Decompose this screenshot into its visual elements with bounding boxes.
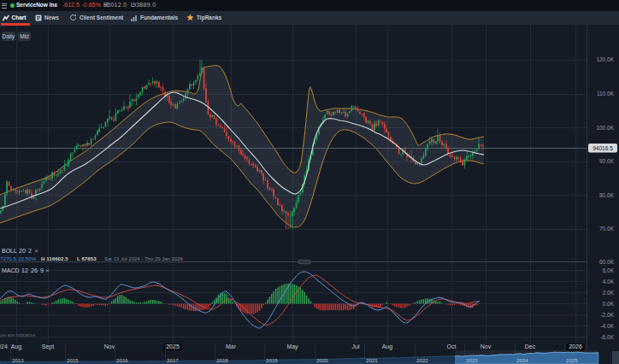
svg-text:2: 2 [28,248,32,254]
svg-text:2021: 2021 [366,357,378,363]
svg-text:-6.0K: -6.0K [600,334,614,340]
svg-text:60.0K: 60.0K [599,259,615,265]
svg-text:Jul: Jul [352,343,360,349]
svg-text:12: 12 [21,267,28,273]
svg-text:Dec: Dec [525,343,536,349]
svg-text:90.0K: 90.0K [599,158,615,164]
svg-text:4.0K: 4.0K [603,279,615,285]
svg-text:Sept: Sept [42,343,54,350]
svg-text:7270.5: 7270.5 [0,255,16,261]
svg-text:2023: 2023 [466,357,478,363]
svg-text:-2.0K: -2.0K [600,312,614,318]
svg-text:2017: 2017 [167,357,179,363]
svg-text:6.0K: 6.0K [603,267,615,273]
svg-text:Prices are indicative: Prices are indicative [0,332,35,338]
svg-text:2022: 2022 [416,357,428,363]
svg-text:May: May [286,343,298,350]
svg-text:2026: 2026 [569,343,582,349]
svg-text:2019: 2019 [266,357,278,363]
svg-text:110.0K: 110.0K [597,91,615,97]
svg-text:2013: 2013 [12,357,24,363]
svg-text:2020: 2020 [316,357,328,363]
svg-text:Sat 13 Jul 2024 - Thu 29 Jan 2: Sat 13 Jul 2024 - Thu 29 Jan 2026 [104,256,184,261]
svg-text:70.0K: 70.0K [599,226,615,232]
svg-text:Aug: Aug [11,343,22,350]
svg-text:94016.5: 94016.5 [592,145,613,151]
svg-text:-4.0K: -4.0K [600,323,614,329]
svg-text:MACD: MACD [2,267,20,273]
svg-text:Mar: Mar [226,343,237,349]
svg-text:2016: 2016 [116,357,128,363]
svg-text:Aug: Aug [382,343,393,350]
svg-text:Oct: Oct [447,343,457,349]
svg-text:9: 9 [40,267,44,273]
svg-text:20: 20 [19,248,26,254]
svg-text:H 116602.5: H 116602.5 [41,255,68,261]
svg-text:100.0K: 100.0K [596,125,614,131]
svg-text:Nov: Nov [480,343,492,349]
svg-text:✕: ✕ [34,249,38,254]
svg-text:120.0K: 120.0K [596,56,614,62]
svg-text:2024: 2024 [516,357,528,363]
svg-text:0.0K: 0.0K [603,301,615,307]
svg-text:✕: ✕ [45,268,50,273]
svg-text:BOLL: BOLL [2,248,17,254]
svg-text:80.0K: 80.0K [599,192,615,198]
svg-text:2015: 2015 [67,357,79,363]
svg-text:22.50%: 22.50% [18,255,36,261]
svg-text:2025: 2025 [166,343,180,349]
svg-text:2018: 2018 [216,357,228,363]
svg-text:2025: 2025 [566,357,578,363]
svg-text:Nov: Nov [104,343,115,349]
svg-text:26: 26 [31,267,38,273]
svg-text:2024: 2024 [0,343,8,349]
svg-text:L 67853: L 67853 [77,255,97,261]
svg-text:2.0K: 2.0K [603,290,615,296]
